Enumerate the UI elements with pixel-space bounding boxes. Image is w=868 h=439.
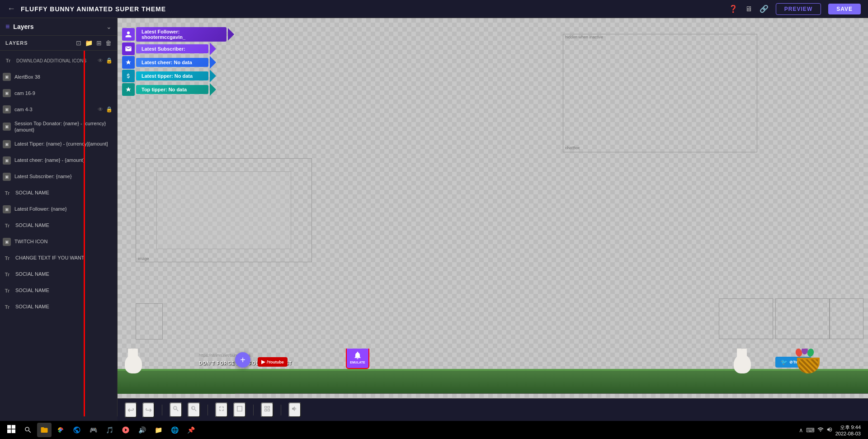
grass: [118, 369, 868, 394]
redo-button[interactable]: ↪: [142, 402, 155, 418]
follower-text: Latest Follower: shootermccgavin_: [136, 27, 226, 42]
plus-button[interactable]: +: [235, 352, 250, 368]
layer-item[interactable]: ▣ Latest Follower: {name}: [0, 201, 117, 217]
top-tipper-text: Top tipper: No data: [136, 85, 208, 94]
layer-item[interactable]: Tr SOCIAL NAME: [0, 266, 117, 283]
layer-item[interactable]: ▣ AlertBox 38: [0, 69, 117, 85]
fit-screen-button[interactable]: [215, 402, 228, 417]
preview-button[interactable]: PREVIEW: [776, 3, 821, 15]
top-bar-icons: ❓ 🖥 🔗 PREVIEW SAVE: [729, 3, 861, 15]
bottom-toolbar: ↩ ↪: [118, 398, 868, 421]
visibility-icon[interactable]: 👁: [98, 57, 103, 64]
layer-actions: 👁 🔒: [98, 106, 113, 113]
layer-name: SOCIAL NAME: [15, 303, 113, 310]
right-box-1: [719, 298, 773, 339]
webcam-inactive-label: hidden when inactive: [565, 35, 603, 39]
layer-item[interactable]: Tr SOCIAL NAME: [0, 283, 117, 299]
layer-name: AlertBox 38: [14, 74, 113, 80]
youtube-button[interactable]: ▶ /Youtube: [258, 357, 288, 367]
date-display: 2022-08-03: [835, 431, 861, 436]
layer-item[interactable]: Tr SOCIAL NAME: [0, 217, 117, 234]
help-icon[interactable]: ❓: [729, 5, 738, 13]
taskbar-app-icon-5[interactable]: 📁: [151, 423, 165, 437]
audio-button[interactable]: [288, 402, 301, 417]
stat-bar-cheer: Latest cheer: No data: [122, 56, 234, 69]
taskbar-app-icon-3[interactable]: [118, 423, 133, 437]
volume-icon[interactable]: [826, 426, 833, 434]
canvas-area: Latest Follower: shootermccgavin_ Latest…: [118, 18, 868, 416]
taskbar-app-icon-1[interactable]: 🎮: [86, 423, 100, 437]
stat-arrow: [210, 42, 216, 55]
bell-icon: [353, 351, 362, 360]
layer-item[interactable]: Tr DOWNLOAD ADDITIONAL ICONS 👁 🔒: [0, 52, 117, 69]
layer-name: SOCIAL NAME: [15, 271, 113, 277]
save-button[interactable]: SAVE: [828, 4, 861, 14]
stat-arrow: [210, 70, 216, 82]
sidebar-title: Layers: [13, 23, 103, 30]
taskbar-browser-icon[interactable]: [70, 423, 84, 437]
zoom-out-button[interactable]: [170, 402, 182, 417]
grid-icon[interactable]: ⊞: [96, 39, 102, 47]
subscriber-icon: [122, 42, 135, 55]
stat-arrow: [210, 83, 216, 96]
chatbox-label: chatBox: [565, 146, 580, 150]
subscriber-text: Latest Subscriber:: [136, 44, 208, 53]
layer-item[interactable]: ▣ Latest Tipper: {name} - {currency}[amo…: [0, 136, 117, 152]
taskbar-time: 오후 9:44 2022-08-03: [835, 424, 861, 436]
lock-icon[interactable]: 🔒: [106, 57, 113, 64]
copy-icon[interactable]: ⊡: [76, 39, 81, 47]
search-icon[interactable]: [21, 423, 35, 437]
layer-item-twitch-icon[interactable]: ▣ TWITCH ICON: [0, 234, 117, 250]
undo-button[interactable]: ↩: [125, 402, 137, 418]
visibility-icon[interactable]: 👁: [98, 106, 103, 113]
twitch-emulate-button[interactable]: EMULATE: [346, 349, 369, 369]
expand-button[interactable]: [233, 402, 246, 417]
taskbar-app-icon-2[interactable]: 🎵: [102, 423, 117, 437]
layer-item[interactable]: Tr SOCIAL NAME: [0, 185, 117, 201]
layer-item[interactable]: ▣ cam 16-9: [0, 85, 117, 101]
layer-name: cam 4-3: [14, 106, 96, 113]
layer-name: SOCIAL NAME: [15, 222, 113, 228]
layer-item[interactable]: ▣ Latest cheer: {name} - {amount}: [0, 152, 117, 169]
image-type-icon: ▣: [3, 156, 11, 165]
bottom-scene: https://strims.net/bunnyicons DON'T FORG…: [118, 349, 868, 394]
taskbar-app-icon-6[interactable]: 🌐: [167, 423, 182, 437]
toolbar-separator-2: [208, 405, 208, 415]
delete-icon[interactable]: 🗑: [105, 39, 112, 47]
layer-name: CHANGE TEXT IF YOU WANT: [15, 255, 113, 261]
taskbar-explorer[interactable]: [37, 423, 52, 437]
main-layout: ≡ Layers ⌄ LAYERS ⊡ 📁 ⊞ 🗑 Tr DOWNLOAD AD…: [0, 18, 868, 416]
layer-name: DOWNLOAD ADDITIONAL ICONS: [16, 58, 96, 64]
image-type-icon: ▣: [3, 89, 11, 97]
layer-item[interactable]: Tr SOCIAL NAME: [0, 299, 117, 315]
zoom-in-button[interactable]: [188, 402, 200, 417]
bunny-body: [125, 354, 142, 373]
link-icon[interactable]: 🔗: [760, 5, 769, 13]
taskbar-sys-tray: ∧ ⌨ 오후 9:44 2022-08-03: [799, 424, 864, 436]
layer-item[interactable]: ▣ Session Top Donator: {name} - {currenc…: [0, 118, 117, 136]
cheer-text: Latest cheer: No data: [136, 58, 208, 67]
taskbar-app-icon-7[interactable]: 📌: [184, 423, 198, 437]
layer-item[interactable]: ▣ cam 4-3 👁 🔒: [0, 101, 117, 118]
chevron-down-icon[interactable]: ⌄: [106, 23, 112, 30]
screen-icon[interactable]: 🖥: [745, 5, 752, 13]
back-button[interactable]: ←: [7, 4, 15, 14]
layer-item[interactable]: ▣ Latest Subscriber: {name}: [0, 169, 117, 185]
folder-icon[interactable]: 📁: [85, 39, 93, 47]
layer-name: Session Top Donator: {name} - {currency}…: [14, 120, 113, 133]
small-box-left: [136, 303, 163, 340]
stat-arrow: [210, 56, 216, 69]
taskbar-chrome-icon[interactable]: [53, 423, 68, 437]
lock-icon[interactable]: 🔒: [106, 106, 113, 113]
layer-item-change-text[interactable]: Tr CHANGE TEXT IF YOU WANT: [0, 250, 117, 266]
top-bar: ← FLUFFY BUNNY ANIMATED SUPER THEME ❓ 🖥 …: [0, 0, 868, 18]
keyboard-icon[interactable]: ⌨: [806, 427, 815, 434]
sidebar-header: ≡ Layers ⌄: [0, 18, 117, 36]
tray-arrow-icon[interactable]: ∧: [799, 427, 803, 434]
network-icon[interactable]: [817, 426, 824, 434]
layers-label: LAYERS: [5, 40, 72, 46]
app-title: FLUFFY BUNNY ANIMATED SUPER THEME: [21, 5, 723, 13]
taskbar-app-icon-4[interactable]: 🔊: [135, 423, 149, 437]
grid-view-button[interactable]: [261, 402, 274, 417]
start-button[interactable]: [4, 423, 19, 437]
